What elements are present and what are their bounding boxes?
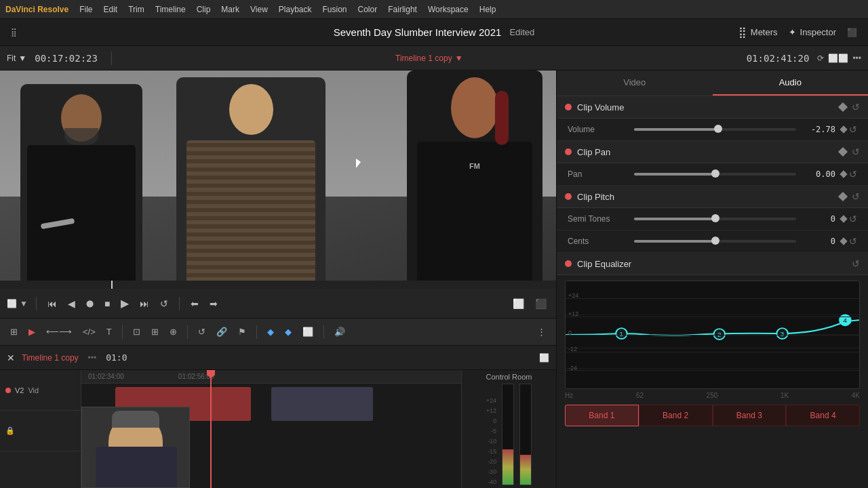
- pan-reset-btn[interactable]: ↺: [849, 169, 857, 180]
- more-options-icon[interactable]: •••: [852, 54, 861, 63]
- title-bar: ⣿ Seventh Day Slumber Interview 2021 Edi…: [0, 19, 868, 46]
- clip-pan-dot: [565, 148, 572, 155]
- menu-file[interactable]: File: [79, 5, 92, 14]
- clip-eq-dot: [565, 260, 572, 267]
- loop-clip-icon[interactable]: ↺: [195, 325, 209, 339]
- clip-pan-reset-icon[interactable]: ↺: [852, 146, 860, 157]
- clip-pitch-reset-icon[interactable]: ↺: [852, 191, 860, 202]
- menu-fusion[interactable]: Fusion: [323, 5, 347, 14]
- pan-slider[interactable]: [634, 173, 796, 176]
- menu-timeline[interactable]: Timeline: [155, 5, 186, 14]
- title-tool-icon[interactable]: T: [103, 325, 115, 339]
- eq-label-n24: -24: [568, 365, 577, 371]
- play-button[interactable]: ▶: [118, 296, 132, 311]
- link-icon[interactable]: 🔗: [213, 325, 231, 339]
- menu-mark[interactable]: Mark: [221, 5, 239, 14]
- composite-icon[interactable]: ⊕: [166, 325, 180, 339]
- blade-tool-icon[interactable]: </>: [79, 325, 99, 339]
- scrub-bar[interactable]: [0, 281, 556, 289]
- video-clip-2[interactable]: [271, 387, 373, 421]
- track-content: 01:02:34:00 01:02:56:00: [81, 370, 461, 488]
- menu-edit[interactable]: Edit: [104, 5, 118, 14]
- project-title: Seventh Day Slumber Interview 2021: [334, 26, 502, 38]
- cents-slider[interactable]: [634, 240, 796, 243]
- marker-blue2-icon[interactable]: ◆: [281, 325, 295, 339]
- meter-scale-n10: -10: [486, 438, 496, 445]
- menu-color[interactable]: Color: [358, 5, 378, 14]
- fullscreen-button[interactable]: ⬛: [532, 297, 549, 310]
- cents-keyframe-btn[interactable]: [840, 237, 847, 245]
- loop-icon[interactable]: ⟳: [817, 54, 824, 63]
- grid-icon[interactable]: ⊞: [7, 325, 21, 339]
- more-icon[interactable]: ⋮: [534, 325, 549, 339]
- tab-video[interactable]: Video: [557, 70, 713, 96]
- next-clip-button[interactable]: ➡: [207, 297, 220, 310]
- flag-icon[interactable]: ⚑: [235, 325, 250, 339]
- person-right: FM: [407, 70, 542, 281]
- clip-pitch-keyframe-icon[interactable]: [838, 192, 848, 201]
- volume-reset-btn[interactable]: ↺: [849, 124, 857, 135]
- clip-thumbnail-button[interactable]: ⬜: [510, 297, 527, 310]
- clip-volume-keyframe-icon[interactable]: [838, 102, 848, 112]
- loop-button[interactable]: ↺: [157, 297, 171, 310]
- prev-frame-button[interactable]: ⬤: [83, 298, 96, 308]
- arrow-tool-icon[interactable]: ▶: [25, 325, 39, 339]
- crop-icon[interactable]: ⊞: [148, 325, 162, 339]
- inspector-tabs: Video Audio: [557, 70, 868, 96]
- volume-icon[interactable]: 🔊: [331, 325, 349, 339]
- menu-view[interactable]: View: [250, 5, 268, 14]
- fast-forward-button[interactable]: ⏭: [137, 297, 152, 310]
- meter-scale-p12: +12: [486, 407, 496, 414]
- stop-button[interactable]: ■: [102, 297, 113, 310]
- close-timeline-button[interactable]: ✕: [7, 352, 15, 363]
- menu-trim[interactable]: Trim: [128, 5, 144, 14]
- pan-keyframe-btn[interactable]: [840, 170, 847, 178]
- timeline-current-time: 01:0: [106, 352, 127, 363]
- menu-playback[interactable]: Playback: [279, 5, 312, 14]
- band2-button[interactable]: Band 2: [639, 405, 713, 426]
- menu-help[interactable]: Help: [479, 5, 496, 14]
- dual-screen-icon[interactable]: ⬜⬜: [828, 54, 848, 63]
- clip-pitch-header: Clip Pitch ↺: [557, 186, 868, 208]
- volume-keyframe-btn[interactable]: [840, 125, 847, 133]
- meter-bar-left: [502, 384, 514, 485]
- subtitle-icon[interactable]: ⬜: [299, 325, 317, 339]
- fit-selector[interactable]: Fit ▼: [7, 54, 26, 63]
- menu-workspace[interactable]: Workspace: [428, 5, 469, 14]
- timeline-selector[interactable]: Timeline 1 copy ▼: [120, 54, 738, 63]
- inspector-button[interactable]: ✦ Inspector: [789, 27, 836, 37]
- v2-track-label: V2 Vid: [0, 370, 81, 411]
- menu-davinci[interactable]: DaVinci Resolve: [5, 5, 68, 14]
- clip-volume-title: Clip Volume: [577, 102, 834, 113]
- tab-audio[interactable]: Audio: [713, 70, 869, 96]
- semitones-reset-btn[interactable]: ↺: [849, 214, 857, 224]
- timeline-options-icon[interactable]: ⬜: [539, 353, 549, 363]
- band3-button[interactable]: Band 3: [713, 405, 787, 426]
- monitor-dropdown-icon[interactable]: ▼: [20, 299, 28, 308]
- prev-clip-button[interactable]: ⬅: [188, 297, 201, 310]
- menu-fairlight[interactable]: Fairlight: [388, 5, 417, 14]
- trim-tool-icon[interactable]: ⟵⟶: [43, 325, 75, 339]
- main-layout: FM ⬜ ▼ ⏮ ◀ ⬤ ■ ▶ ⏭ ↺ ⬅: [0, 70, 868, 488]
- cents-reset-btn[interactable]: ↺: [849, 236, 857, 247]
- meters-button[interactable]: ⣿ Meters: [738, 26, 778, 39]
- clip-volume-header: Clip Volume ↺: [557, 96, 868, 119]
- transform-icon[interactable]: ⊡: [130, 325, 144, 339]
- timeline-area: ✕ Timeline 1 copy ••• 01:0 ⬜ V2 Vid �: [0, 346, 556, 488]
- band1-button[interactable]: Band 1: [565, 405, 639, 426]
- semitones-keyframe-btn[interactable]: [840, 215, 847, 222]
- clip-pan-keyframe-icon[interactable]: [838, 147, 848, 157]
- pan-value: 0.00: [802, 169, 835, 179]
- clip-volume-reset-icon[interactable]: ↺: [852, 102, 860, 113]
- volume-slider[interactable]: [634, 128, 796, 131]
- step-back-button[interactable]: ◀: [65, 297, 78, 310]
- band4-button[interactable]: Band 4: [786, 405, 860, 426]
- clip-pan-header: Clip Pan ↺: [557, 141, 868, 163]
- menu-clip[interactable]: Clip: [197, 5, 211, 14]
- semitones-slider[interactable]: [634, 218, 796, 220]
- go-to-start-button[interactable]: ⏮: [45, 297, 60, 310]
- marker-blue-icon[interactable]: ◆: [264, 325, 277, 339]
- lock-icon-track: 🔒: [0, 411, 81, 451]
- clip-eq-reset-icon[interactable]: ↺: [852, 258, 860, 269]
- volume-value: -2.78: [802, 125, 835, 134]
